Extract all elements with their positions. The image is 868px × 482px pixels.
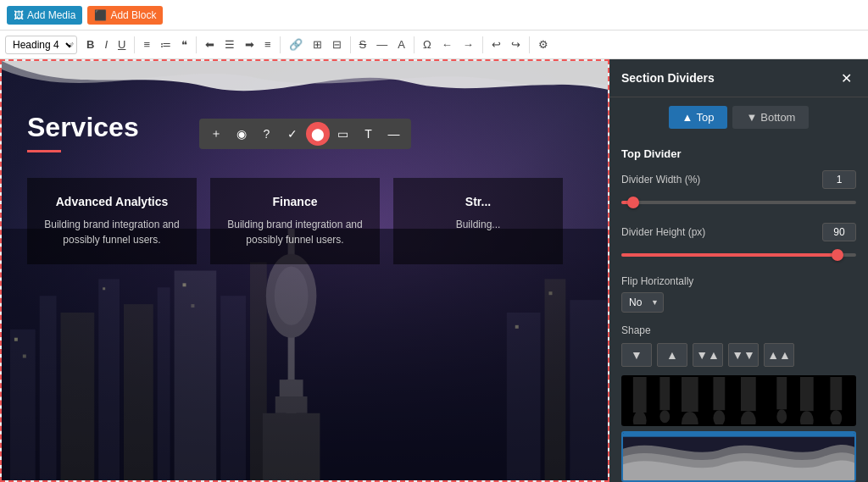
ft-text-button[interactable]: T [357, 122, 381, 146]
arrow-down-icon: ▼ [746, 111, 757, 124]
services-section: Services Advanced Analytics Building bra… [2, 61, 608, 480]
card-body-2: Building... [410, 217, 546, 232]
top-bar: 🖼 Add Media ⬛ Add Block [0, 0, 868, 30]
svg-rect-20 [14, 338, 18, 341]
width-label: Divider Width (%) [621, 174, 700, 186]
redo-button[interactable]: ↪ [507, 36, 525, 53]
shape-btn-dbl-down[interactable]: ▼▼ [728, 343, 759, 367]
panel-header: Section Dividers ✕ [609, 59, 868, 97]
ft-minus-button[interactable]: — [382, 122, 406, 146]
svg-rect-18 [545, 279, 566, 480]
top-divider-label: Top Divider [621, 147, 856, 160]
canvas-inner: Services Advanced Analytics Building bra… [2, 61, 608, 480]
height-label: Divider Height (px) [621, 226, 705, 238]
add-block-button[interactable]: ⬛ Add Block [87, 6, 163, 25]
link-button[interactable]: 🔗 [285, 36, 307, 53]
svg-rect-15 [275, 396, 308, 413]
media-icon: 🖼 [14, 9, 24, 21]
service-card-0: Advanced Analytics Building brand integr… [27, 178, 197, 264]
card-title-1: Finance [227, 195, 363, 208]
card-body-1: Building brand integration and possibly … [227, 217, 363, 247]
ft-target-button[interactable]: ◉ [230, 122, 253, 146]
height-slider-thumb[interactable] [832, 249, 843, 261]
svg-rect-24 [191, 304, 194, 307]
shape-preview-drip[interactable] [621, 375, 856, 426]
svg-rect-1 [10, 330, 36, 480]
shape-btn-tri[interactable]: ▼▲ [693, 343, 723, 367]
ft-help-button[interactable]: ? [255, 122, 279, 146]
height-slider-track [621, 253, 856, 257]
svg-rect-31 [659, 377, 670, 410]
tab-top[interactable]: ▲ Top [669, 106, 728, 129]
align-center-button[interactable]: ☰ [220, 36, 239, 53]
undo-button[interactable]: ↩ [487, 36, 505, 53]
rtl-button[interactable]: → [459, 36, 478, 53]
shapes-row: ▼ ▲ ▼▲ ▼▼ ▲▲ [621, 343, 856, 367]
width-slider-thumb[interactable] [627, 197, 639, 208]
svg-rect-19 [570, 300, 608, 480]
shape-btn-up[interactable]: ▲ [657, 343, 687, 367]
heading-select[interactable]: Heading 4 Heading 1 Heading 2 Heading 3 … [5, 36, 77, 54]
main-area: Services Advanced Analytics Building bra… [0, 59, 868, 482]
underline-button[interactable]: U [114, 36, 130, 53]
svg-rect-5 [124, 304, 153, 480]
svg-point-30 [659, 410, 670, 423]
unordered-list-button[interactable]: ≡ [139, 36, 154, 53]
flip-label: Flip Horizontally [621, 275, 856, 287]
bold-button[interactable]: B [82, 36, 98, 53]
section-dividers-panel: Section Dividers ✕ ▲ Top ▼ Bottom Top Di… [609, 59, 868, 482]
table-button[interactable]: ⊞ [309, 36, 326, 53]
shape-btn-down[interactable]: ▼ [621, 343, 652, 367]
align-right-button[interactable]: ➡ [241, 36, 259, 53]
svg-rect-39 [776, 377, 787, 409]
service-card-2: Str... Building... [393, 178, 563, 264]
svg-rect-16 [263, 413, 320, 480]
justify-button[interactable]: ≡ [260, 36, 275, 53]
services-content: Services Advanced Analytics Building bra… [2, 61, 608, 290]
tab-bottom[interactable]: ▼ Bottom [732, 106, 809, 129]
add-media-button[interactable]: 🖼 Add Media [7, 6, 82, 25]
grid-button[interactable]: ⊟ [328, 36, 346, 53]
arrow-up-icon: ▲ [682, 111, 693, 124]
separator-5 [414, 36, 415, 53]
flip-select[interactable]: No Yes [621, 292, 664, 313]
ft-add-button[interactable]: ＋ [204, 122, 228, 146]
separator-1 [134, 36, 135, 53]
special-char-button[interactable]: Ω [419, 36, 436, 53]
heading-select-wrapper: Heading 4 Heading 1 Heading 2 Heading 3 … [5, 36, 81, 54]
width-slider-container [621, 194, 856, 211]
height-slider-container [621, 247, 856, 263]
align-left-button[interactable]: ⬅ [201, 36, 219, 53]
strikethrough-button[interactable]: S [355, 36, 371, 53]
color-button[interactable]: A [393, 36, 409, 53]
ft-layout-button[interactable]: ▭ [331, 122, 355, 146]
shape-preview-wave[interactable] [621, 431, 856, 482]
services-underline [27, 150, 61, 152]
ft-check-button[interactable]: ✓ [281, 122, 304, 146]
blockquote-button[interactable]: ❝ [177, 36, 192, 53]
shape-btn-dbl-up[interactable]: ▲▲ [764, 343, 794, 367]
svg-rect-7 [175, 271, 217, 481]
svg-rect-3 [61, 313, 95, 480]
shape-control: Shape ▼ ▲ ▼▲ ▼▼ ▲▲ [621, 324, 856, 482]
flip-select-wrapper: No Yes [621, 292, 664, 313]
svg-rect-37 [741, 377, 756, 411]
flip-control: Flip Horizontally No Yes [621, 275, 856, 313]
ft-divider-button[interactable]: ⬤ [306, 122, 330, 146]
divider-height-row: Divider Height (px) 90 [621, 223, 856, 241]
italic-button[interactable]: I [100, 36, 112, 53]
panel-close-button[interactable]: ✕ [836, 68, 856, 88]
hr-button[interactable]: — [372, 36, 392, 53]
shape-label: Shape [621, 324, 856, 336]
width-value: 1 [822, 170, 856, 189]
svg-rect-21 [23, 355, 26, 358]
ltr-button[interactable]: ← [437, 36, 457, 53]
divider-width-row: Divider Width (%) 1 [621, 170, 856, 189]
service-card-1: Finance Building brand integration and p… [210, 178, 380, 264]
svg-rect-17 [507, 313, 541, 480]
settings-button[interactable]: ⚙ [534, 36, 553, 53]
svg-rect-26 [548, 291, 552, 295]
separator-4 [350, 36, 351, 53]
ordered-list-button[interactable]: ≔ [156, 36, 175, 53]
panel-content: Top Divider Divider Width (%) 1 Divider [609, 137, 868, 482]
